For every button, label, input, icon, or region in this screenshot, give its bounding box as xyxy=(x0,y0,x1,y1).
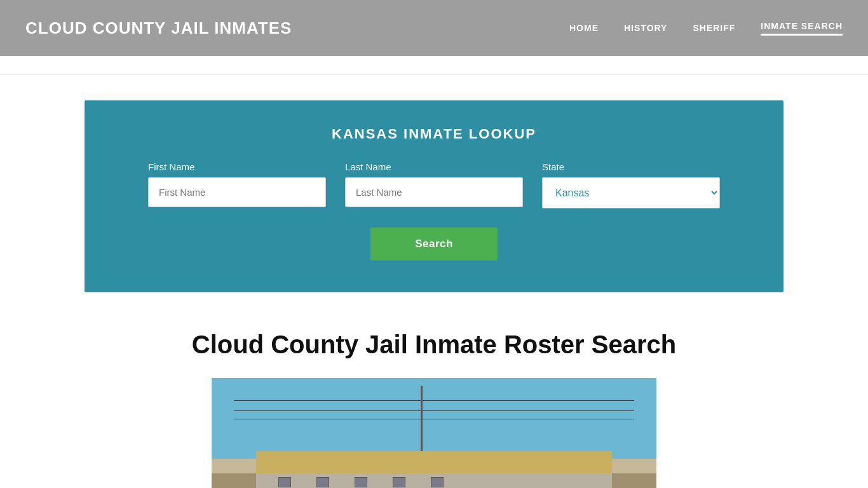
search-btn-wrapper: Search xyxy=(135,227,733,261)
main-content: Cloud County Jail Inmate Roster Search xyxy=(85,318,783,488)
window-5 xyxy=(431,477,444,487)
header: CLOUD COUNTY JAIL INMATES HOME HISTORY S… xyxy=(0,0,868,56)
form-row: First Name Last Name State Kansas xyxy=(135,161,733,208)
sky-bg xyxy=(212,378,656,459)
site-title: CLOUD COUNTY JAIL INMATES xyxy=(25,18,292,38)
nav-inmate-search[interactable]: INMATE SEARCH xyxy=(761,21,843,36)
nav-home[interactable]: HOME xyxy=(569,23,599,33)
search-button[interactable]: Search xyxy=(370,227,498,261)
search-section: KANSAS INMATE LOOKUP First Name Last Nam… xyxy=(85,100,783,292)
window-row xyxy=(278,477,590,487)
powerline-2 xyxy=(234,410,634,411)
last-name-label: Last Name xyxy=(345,161,523,172)
powerline-1 xyxy=(234,400,634,401)
powerline-3 xyxy=(234,419,634,419)
window-1 xyxy=(278,477,291,487)
window-2 xyxy=(316,477,329,487)
last-name-group: Last Name xyxy=(345,161,523,208)
roster-title: Cloud County Jail Inmate Roster Search xyxy=(85,330,783,359)
nav-sheriff[interactable]: SHERIFF xyxy=(693,23,735,33)
state-group: State Kansas xyxy=(542,161,720,208)
sub-header xyxy=(0,56,868,75)
nav-history[interactable]: HISTORY xyxy=(624,23,667,33)
last-name-input[interactable] xyxy=(345,177,523,207)
lookup-title: KANSAS INMATE LOOKUP xyxy=(135,126,733,142)
first-name-group: First Name xyxy=(148,161,326,208)
state-label: State xyxy=(542,161,720,172)
window-3 xyxy=(355,477,367,487)
first-name-input[interactable] xyxy=(148,177,326,207)
building-image xyxy=(212,378,656,488)
state-select[interactable]: Kansas xyxy=(542,177,720,208)
building-illustration xyxy=(212,378,656,488)
first-name-label: First Name xyxy=(148,161,326,172)
main-nav: HOME HISTORY SHERIFF INMATE SEARCH xyxy=(569,21,843,36)
window-4 xyxy=(393,477,405,487)
